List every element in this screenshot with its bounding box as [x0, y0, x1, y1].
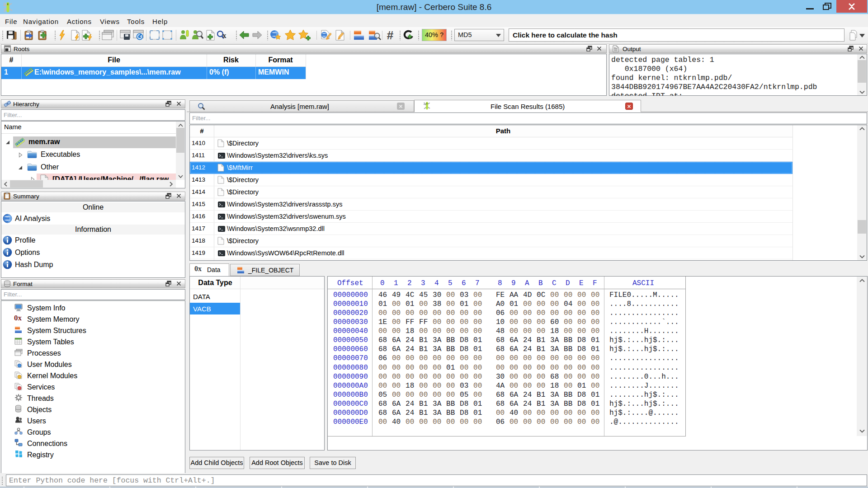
svg-text:x: x — [222, 31, 226, 40]
